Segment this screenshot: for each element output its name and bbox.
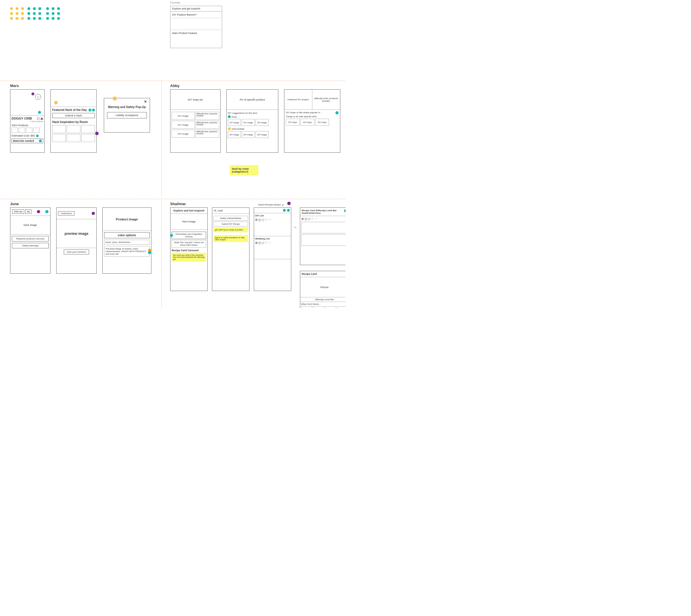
diff-3: difficulty level, products needed,	[195, 130, 219, 138]
materials-needed-btn[interactable]: Materials needed	[12, 138, 43, 143]
diy-feature-banner: DIY Feature Banner?	[170, 12, 222, 18]
submit-diy-btn[interactable]: Submit DIY Recipe	[213, 222, 248, 226]
name-price-dim: name, price, dimensions	[104, 240, 150, 245]
preview-image-placeholder: preview image	[57, 219, 96, 248]
teal-dot-recipe	[344, 209, 346, 212]
page-example-label: Example	[170, 1, 180, 4]
shalimar-recipe-card-bottom: Recipe Card Picture Difficulty Level Bar…	[300, 271, 346, 308]
star-icon: ☆	[35, 94, 41, 100]
teal-dot-mars	[38, 111, 41, 114]
price-tag: $$	[25, 210, 32, 214]
featured-hack-wireframe: Featured Hack of the Day Submit a Hack H…	[50, 89, 97, 153]
saved-recipes-label-area: Saved Recipes Button ↙	[258, 203, 284, 206]
hero-image-placeholder: Hero Image	[170, 214, 207, 229]
get-notif-note: get notif if your recipe is posted	[213, 227, 248, 232]
purple-dot-shalimar	[287, 202, 291, 205]
liability-btn[interactable]: Liability Acceptance	[107, 112, 147, 118]
yellow-dot-warning	[113, 96, 117, 101]
warning-popup-wireframe: ✕ Warning and Safety Pop-Up Liability Ac…	[104, 98, 150, 133]
color-options-btn[interactable]: color options	[104, 232, 150, 238]
close-icon[interactable]: ✕	[144, 100, 147, 104]
shalimar-section-label: Shalimar	[170, 202, 186, 206]
yellow-dot-grid	[10, 7, 24, 20]
shalimar-user-wireframe: Hi, User Safety Claimer/Waiver Submit DI…	[212, 207, 249, 291]
submit-hack-btn[interactable]: Submit a Hack	[52, 113, 95, 118]
purple-dot-june	[37, 210, 40, 213]
yellow-dot-featured	[54, 101, 58, 104]
pic-specific-product-label: Pic of specific product	[227, 90, 278, 110]
pull-down-info: Pull down things of reviews, exact measu…	[104, 246, 150, 257]
wedding-list-label: Wedding List	[255, 237, 290, 240]
what-youll-need: What You'll Need...	[300, 302, 346, 306]
h-divider-2	[0, 199, 346, 199]
difficulty-tag: Difficulty	[12, 210, 24, 214]
hi-user-label: Hi, User	[212, 208, 249, 214]
june-section-label: June	[10, 202, 19, 206]
estimated-cost: Estimated Cost: $65	[12, 134, 43, 137]
shalimar-explore-label: Explore and Get Inspired	[170, 208, 207, 214]
safety-warnings-btn[interactable]: Safety warnings	[12, 243, 49, 248]
teal-dot-grid-2	[46, 7, 61, 20]
agree-safety-note: Agree to safety disclaimer to fully view…	[213, 235, 248, 242]
purple-dot-collections	[92, 212, 95, 215]
diy-list-label: DIY List	[255, 214, 290, 217]
abby-specific-product-wireframe: Pic of specific product DIY suggestions …	[226, 89, 278, 153]
intermediate-label: Intermediate	[12, 120, 43, 123]
recipe-card-carousel-label: Recipe Card Carousel	[172, 249, 206, 252]
abby-featured-diy-wireframe: Featured DIY project difficulty level, p…	[284, 89, 340, 153]
intermediate-abby-label: Intermediate	[232, 128, 244, 130]
warning-popup-label: Warning and Safety Pop-Up	[107, 106, 147, 109]
shalimar-recipe-card-wireframe: Recipe Card Difficulty Level Bar Small D…	[300, 207, 346, 265]
june-product-wireframe: Product image color options name, price,…	[102, 207, 151, 274]
easy-label: Easy	[232, 115, 237, 118]
v-divider-1	[162, 81, 162, 196]
hack-by-room-note: hack by room (categories?)	[230, 165, 258, 175]
teal-dot-list-1	[283, 209, 286, 212]
purple-dot-hack	[95, 132, 99, 135]
shalimar-explore-wireframe: Explore and Get Inspired Hero Image Pers…	[170, 207, 208, 291]
v-divider-2	[162, 199, 162, 308]
teal-dot-june-1	[45, 210, 48, 213]
shalimar-lists-wireframe: DIY List ⊞◫◻♡⋯ Wedding List ⊞◫◻♡⋯	[254, 207, 291, 291]
recipe-card-label: Recipe Card	[300, 271, 346, 277]
teal-dot-grid	[27, 7, 42, 20]
doggy-crib-title: DOGGY CRIB	[12, 117, 43, 120]
hack-image-placeholder: hack image	[11, 216, 50, 235]
diy-suggestions-label: DIY suggestions for this item:	[228, 112, 277, 114]
picture-placeholder: Picture	[300, 277, 346, 298]
things-to-do-label: Things to do with specific item:	[286, 115, 339, 118]
product-image-placeholder: Product image	[103, 208, 151, 231]
main-product-feature: Main Product Feature	[170, 30, 222, 36]
doggy-crib-card: ☆ DOGGY CRIB Intermediate IKEA Products …	[10, 89, 45, 153]
featured-hack-label: Featured Hack of the Day	[52, 108, 95, 111]
teal-dot-personalize	[170, 234, 173, 237]
personalized-note: the more you click in the carousel, the …	[172, 253, 206, 262]
build-this-btn[interactable]: Build This Yourself / Check out these IK…	[172, 240, 206, 247]
hack-inspiration-label: Hack Inspiration by Room	[52, 120, 95, 124]
diy-inspo-pic-label: DIY inspo pic	[170, 90, 220, 110]
featured-diy-label: Featured DIY project	[284, 90, 312, 109]
diff-2: difficulty level, products needed,	[195, 121, 219, 129]
personalize-btn[interactable]: Personalize your Inspiration (Check)	[172, 232, 206, 239]
mars-section-label: Mars	[10, 84, 19, 88]
explore-inspired-label: Explore and get inspired	[170, 6, 222, 12]
teal-dot-abby	[335, 111, 339, 114]
teal-dot-list-2	[287, 209, 290, 212]
arrow-to-recipe: →	[293, 225, 297, 230]
ikea-products-label: IKEA Products	[12, 124, 43, 127]
abby-section-label: Abby	[170, 84, 180, 88]
diy-image-2: DIY image	[172, 121, 195, 129]
diy-image-3: DIY image	[172, 130, 195, 138]
difficulty-level-bar: Difficulty Level Bar	[300, 298, 346, 302]
june-hack-card: Difficulty $$ hack image Required produc…	[10, 207, 50, 274]
hack-your-furniture-btn[interactable]: hack your furniture	[64, 249, 89, 255]
teal-dot-june-2	[148, 251, 151, 254]
diy-image-1: DIY image	[172, 112, 195, 120]
safety-claimer-btn[interactable]: Safety Claimer/Waiver	[213, 216, 248, 221]
collections-btn[interactable]: Collections	[58, 211, 75, 216]
required-products-btn[interactable]: Required products carousel	[12, 236, 49, 241]
h-divider-1	[0, 81, 346, 81]
abby-diy-inspo-wireframe: DIY inspo pic DIY image difficulty level…	[170, 89, 221, 153]
diff-1: difficulty level, products needed,	[195, 112, 219, 120]
diy-inspo-popular: DIY inspo or like whats popular rn	[286, 111, 339, 114]
